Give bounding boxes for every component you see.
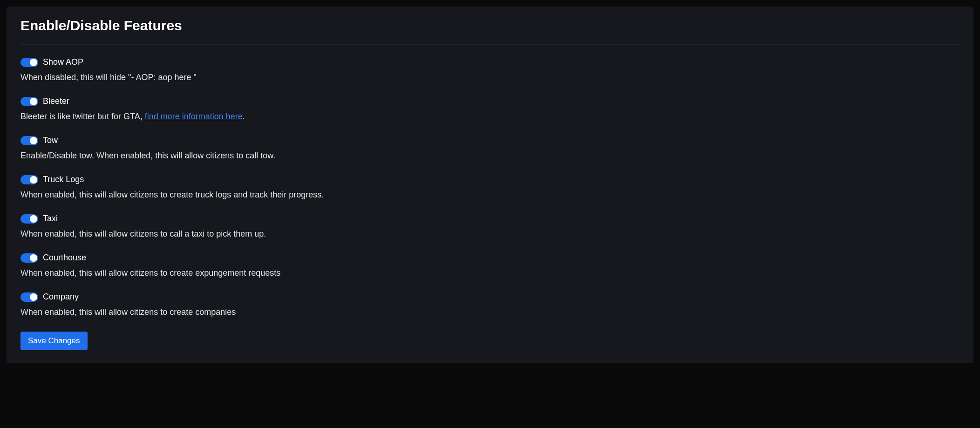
- toggle-truck-logs[interactable]: [20, 175, 38, 184]
- feature-desc: When enabled, this will allow citizens t…: [20, 267, 960, 279]
- feature-row: Bleeter: [20, 95, 960, 108]
- feature-desc: When disabled, this will hide "- AOP: ao…: [20, 71, 960, 84]
- desc-suffix: .: [243, 112, 245, 121]
- feature-row: Company: [20, 291, 960, 303]
- feature-row: Show AOP: [20, 56, 960, 68]
- feature-row: Taxi: [20, 212, 960, 225]
- feature-company: Company When enabled, this will allow ci…: [20, 291, 960, 319]
- toggle-knob: [30, 137, 37, 144]
- feature-label: Show AOP: [43, 56, 83, 68]
- feature-label: Tow: [43, 134, 58, 147]
- toggle-knob: [30, 215, 37, 223]
- panel-title: Enable/Disable Features: [20, 15, 960, 45]
- feature-desc: Enable/Disable tow. When enabled, this w…: [20, 149, 960, 162]
- toggle-courthouse[interactable]: [20, 253, 38, 263]
- features-panel: Enable/Disable Features Show AOP When di…: [7, 7, 973, 363]
- toggle-knob: [30, 293, 37, 301]
- toggle-taxi[interactable]: [20, 214, 38, 224]
- feature-desc: When enabled, this will allow citizens t…: [20, 306, 960, 319]
- feature-label: Bleeter: [43, 95, 69, 108]
- feature-desc: When enabled, this will allow citizens t…: [20, 228, 960, 240]
- feature-bleeter: Bleeter Bleeter is like twitter but for …: [20, 95, 960, 123]
- toggle-tow[interactable]: [20, 136, 38, 145]
- feature-label: Courthouse: [43, 251, 86, 264]
- feature-row: Truck Logs: [20, 173, 960, 186]
- feature-truck-logs: Truck Logs When enabled, this will allow…: [20, 173, 960, 201]
- toggle-company[interactable]: [20, 292, 38, 302]
- feature-row: Courthouse: [20, 251, 960, 264]
- feature-label: Taxi: [43, 212, 58, 225]
- toggle-knob: [30, 59, 37, 66]
- feature-desc: When enabled, this will allow citizens t…: [20, 189, 960, 201]
- save-changes-button[interactable]: Save Changes: [20, 332, 88, 350]
- feature-row: Tow: [20, 134, 960, 147]
- toggle-knob: [30, 98, 37, 105]
- bleeter-info-link[interactable]: find more information here: [145, 112, 243, 121]
- toggle-bleeter[interactable]: [20, 97, 38, 106]
- toggle-show-aop[interactable]: [20, 58, 38, 67]
- feature-label: Truck Logs: [43, 173, 84, 186]
- feature-tow: Tow Enable/Disable tow. When enabled, th…: [20, 134, 960, 162]
- feature-desc: Bleeter is like twitter but for GTA, fin…: [20, 110, 960, 123]
- feature-taxi: Taxi When enabled, this will allow citiz…: [20, 212, 960, 240]
- toggle-knob: [30, 254, 37, 262]
- desc-prefix: Bleeter is like twitter but for GTA,: [20, 112, 145, 121]
- feature-label: Company: [43, 291, 79, 303]
- feature-courthouse: Courthouse When enabled, this will allow…: [20, 251, 960, 279]
- feature-show-aop: Show AOP When disabled, this will hide "…: [20, 56, 960, 84]
- toggle-knob: [30, 176, 37, 183]
